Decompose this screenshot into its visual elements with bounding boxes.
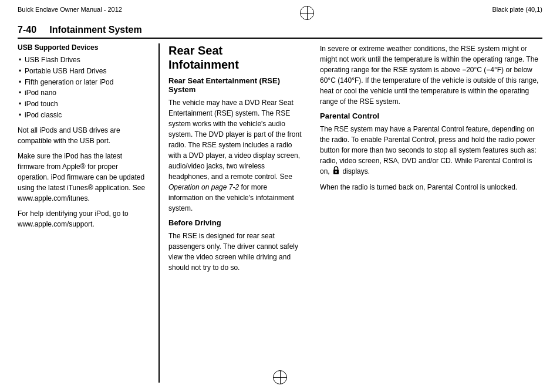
devices-heading: USB Supported Devices: [18, 43, 150, 52]
page-header: Buick Enclave Owner Manual - 2012 Black …: [0, 0, 560, 20]
svg-rect-1: [335, 171, 337, 173]
right-column: In severe or extreme weather conditions,…: [311, 43, 542, 383]
left-column: USB Supported Devices USB Flash Drives P…: [18, 43, 158, 383]
page-title: 7-40 Infotainment System: [18, 25, 542, 35]
list-item: Portable USB Hard Drives: [18, 66, 150, 76]
left-para2: Make sure the iPod has the latest firmwa…: [18, 151, 150, 204]
title-bar: 7-40 Infotainment System: [18, 25, 542, 39]
middle-para2: The RSE is designed for rear seat passen…: [168, 231, 302, 273]
rear-seat-heading: Rear Seat Infotainment: [168, 43, 302, 72]
header-center: [300, 6, 314, 20]
devices-list: USB Flash Drives Portable USB Hard Drive…: [18, 55, 150, 120]
footer-crosshair-icon: [273, 370, 287, 384]
right-para1: In severe or extreme weather conditions,…: [320, 43, 542, 107]
header-right: Black plate (40,1): [492, 6, 542, 13]
page-footer: [0, 367, 560, 387]
parental-control-heading: Parental Control: [320, 111, 542, 120]
list-item: iPod classic: [18, 110, 150, 120]
before-driving-subheading: Before Driving: [168, 218, 302, 227]
content-area: USB Supported Devices USB Flash Drives P…: [0, 43, 560, 383]
left-para3: For help identifying your iPod, go to ww…: [18, 208, 150, 229]
list-item: Fifth generation or later iPod: [18, 77, 150, 87]
list-item: iPod nano: [18, 88, 150, 98]
page-container: Buick Enclave Owner Manual - 2012 Black …: [0, 0, 560, 392]
middle-column: Rear Seat Infotainment Rear Seat Enterta…: [158, 43, 311, 383]
crosshair-icon: [300, 6, 314, 20]
middle-para1: The vehicle may have a DVD Rear Seat Ent…: [168, 97, 302, 214]
right-para2: The RSE system may have a Parental Contr…: [320, 124, 542, 177]
list-item: USB Flash Drives: [18, 55, 150, 65]
left-para1: Not all iPods and USB drives are compati…: [18, 125, 150, 146]
list-item: iPod touch: [18, 99, 150, 109]
rse-subheading: Rear Seat Entertainment (RSE) System: [168, 76, 302, 94]
header-left: Buick Enclave Owner Manual - 2012: [18, 6, 122, 13]
lock-icon: [333, 166, 339, 177]
right-para3: When the radio is turned back on, Parent…: [320, 182, 542, 192]
